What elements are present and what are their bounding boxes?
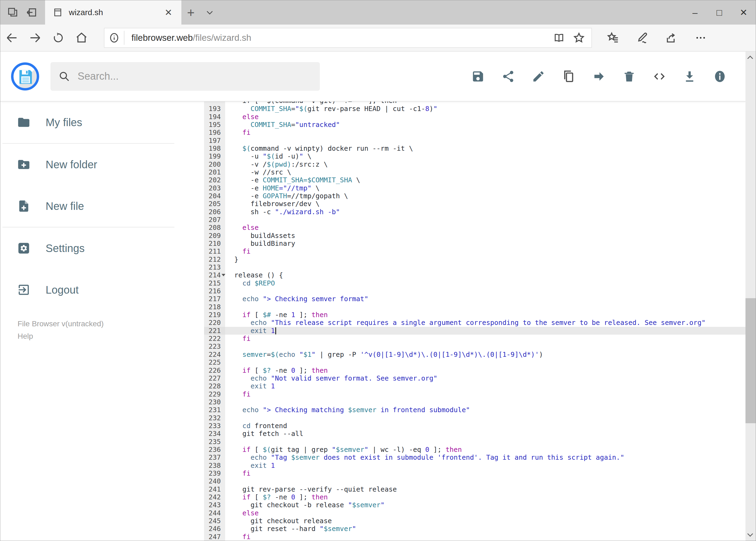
filebrowser-logo[interactable] [11, 62, 39, 91]
code-line[interactable]: 204 -e GOPATH=//tmp/gopath \ [204, 192, 745, 200]
address-bar[interactable]: filebrowser.web/files/wizard.sh [104, 28, 592, 48]
code-line[interactable]: 233 cd frontend [204, 422, 745, 430]
code-line[interactable]: 216 [204, 287, 745, 295]
forward-button[interactable] [24, 26, 47, 49]
code-line[interactable]: 193 COMMIT_SHA="$(git rev-parse HEAD | c… [204, 105, 745, 113]
code-line[interactable]: 197 [204, 136, 745, 144]
refresh-button[interactable] [47, 26, 70, 49]
add-favorite-star-icon[interactable] [570, 29, 588, 46]
code-line[interactable]: 200 -v /$(pwd):/src:z \ [204, 160, 745, 168]
code-line[interactable]: 214release () { [204, 271, 745, 279]
share-page-icon[interactable] [660, 26, 683, 49]
code-line[interactable]: 208 else [204, 224, 745, 232]
code-line[interactable]: 242 if [ $? -ne 0 ]; then [204, 493, 745, 501]
code-line[interactable]: 235 [204, 437, 745, 445]
close-button[interactable]: ✕ [731, 0, 756, 25]
code-view-button[interactable] [652, 69, 667, 84]
code-line[interactable]: 237 echo "Tag $semver does not exist in … [204, 453, 745, 461]
reading-view-icon[interactable] [550, 29, 568, 46]
sidebar-item-new-file[interactable]: New file [0, 185, 204, 227]
code-line[interactable]: 205 filebrowser/dev \ [204, 200, 745, 208]
active-tab[interactable]: wizard.sh ✕ [45, 0, 181, 25]
sidebar-item-new-folder[interactable]: New folder [0, 144, 204, 185]
tab-list-chevron-icon[interactable] [200, 0, 219, 25]
search-input[interactable] [78, 71, 312, 82]
code-line[interactable]: 231 echo "> Checking matching $semver in… [204, 406, 745, 414]
code-line[interactable]: 228 exit 1 [204, 382, 745, 390]
favorites-hub-icon[interactable] [602, 26, 625, 49]
code-line[interactable]: 246 git reset --hard "$semver" [204, 525, 745, 533]
code-line[interactable]: 222 fi [204, 335, 745, 342]
code-line[interactable]: 238 exit 1 [204, 461, 745, 469]
code-line[interactable]: 244 else [204, 509, 745, 517]
code-line[interactable]: 206 sh -c "./wizard.sh -b" [204, 208, 745, 216]
code-line[interactable]: 239 fi [204, 469, 745, 477]
url-text[interactable]: filebrowser.web/files/wizard.sh [125, 33, 550, 43]
scroll-down-icon[interactable] [747, 531, 753, 537]
download-button[interactable] [682, 69, 697, 84]
code-line[interactable]: 229 fi [204, 390, 745, 398]
settings-ellipsis-icon[interactable] [689, 26, 712, 49]
code-line[interactable]: 245 git checkout release [204, 517, 745, 525]
back-button[interactable] [0, 26, 24, 49]
code-line[interactable]: 195 COMMIT_SHA="untracked" [204, 121, 745, 129]
code-line[interactable]: 241 git rev-parse --verify --quiet relea… [204, 485, 745, 493]
code-line[interactable]: 220 echo "This release script requires a… [204, 319, 745, 326]
scrollbar-thumb[interactable] [745, 298, 756, 423]
new-tab-button[interactable]: + [181, 0, 200, 25]
code-line[interactable]: 225 [204, 358, 745, 366]
code-line[interactable]: 215 cd $REPO [204, 279, 745, 287]
scrollbar[interactable] [745, 52, 756, 541]
code-line[interactable]: 224 semver=$(echo "$1" | grep -P '^v(0|[… [204, 350, 745, 358]
code-line[interactable]: 223 [204, 342, 745, 350]
search-bar[interactable] [51, 62, 320, 91]
tab-preview-icon[interactable] [26, 6, 38, 18]
code-line[interactable]: 213 [204, 264, 745, 271]
code-line[interactable]: 240 [204, 477, 745, 485]
save-button[interactable] [471, 69, 485, 84]
code-line[interactable]: 201 -w //src \ [204, 168, 745, 176]
code-line[interactable]: 211 fi [204, 248, 745, 255]
code-line[interactable]: 227 echo "Not valid semver format. See s… [204, 374, 745, 382]
code-line[interactable]: 209 buildAssets [204, 232, 745, 240]
info-button[interactable] [712, 69, 727, 84]
move-button[interactable] [592, 69, 606, 84]
tab-close-icon[interactable]: ✕ [162, 6, 174, 18]
code-line[interactable]: 221 exit 1 [204, 327, 745, 335]
code-line[interactable]: 212} [204, 256, 745, 264]
delete-button[interactable] [622, 69, 636, 84]
sidebar-item-my-files[interactable]: My files [0, 102, 204, 143]
code-line[interactable]: 202 -e COMMIT_SHA=$COMMIT_SHA \ [204, 176, 745, 184]
code-line[interactable]: 194 else [204, 113, 745, 121]
code-line[interactable]: 230 [204, 398, 745, 406]
code-line[interactable]: 219 if [ $# -ne 1 ]; then [204, 311, 745, 319]
code-line[interactable]: 198 $(command -v winpty) docker run --rm… [204, 145, 745, 152]
code-line[interactable]: 234 git fetch --all [204, 430, 745, 437]
code-line[interactable]: 232 [204, 414, 745, 422]
share-button[interactable] [501, 69, 516, 84]
code-line[interactable]: 217 echo "> Checking semver format" [204, 295, 745, 303]
code-line[interactable]: 226 if [ $? -ne 0 ]; then [204, 366, 745, 374]
code-line[interactable]: 203 -e HOME="//tmp" \ [204, 184, 745, 192]
set-tabs-aside-icon[interactable] [7, 6, 19, 18]
code-line[interactable]: 210 buildBinary [204, 240, 745, 248]
web-note-pen-icon[interactable] [631, 26, 654, 49]
maximize-button[interactable]: □ [707, 0, 731, 25]
scroll-up-icon[interactable] [747, 56, 753, 61]
home-button[interactable] [70, 26, 93, 49]
copy-button[interactable] [561, 69, 576, 84]
code-line[interactable]: 207 [204, 216, 745, 224]
sidebar-item-settings[interactable]: Settings [0, 228, 204, 269]
code-editor[interactable]: if [ "$(command -v git)" != "" ]; then 1… [204, 102, 745, 541]
code-line[interactable]: 218 [204, 303, 745, 311]
code-line[interactable]: 236 if [ $(git tag | grep "$semver" | wc… [204, 446, 745, 453]
fold-marker-icon[interactable] [222, 274, 225, 276]
code-line[interactable]: 196 fi [204, 129, 745, 136]
code-line[interactable]: 247 fi [204, 533, 745, 541]
help-link[interactable]: Help [18, 330, 104, 342]
edit-button[interactable] [531, 69, 546, 84]
code-line[interactable]: 199 -u "$(id -u)" \ [204, 152, 745, 160]
sidebar-item-logout[interactable]: Logout [0, 269, 204, 310]
site-info-icon[interactable] [105, 31, 125, 45]
code-line[interactable]: 243 git checkout -b release "$semver" [204, 501, 745, 509]
